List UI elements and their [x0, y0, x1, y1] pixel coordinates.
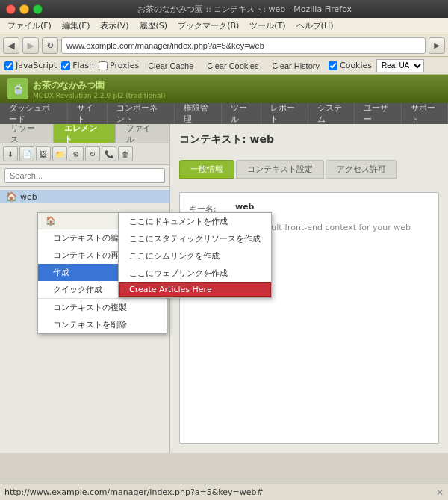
javascript-checkbox[interactable] [4, 61, 13, 70]
back-button[interactable]: ◀ [3, 37, 19, 54]
app-title-block: お茶のなかみつ園 MODX Revolution 2.2.0-pl2 (trad… [33, 79, 166, 99]
menu-bookmarks[interactable]: ブックマーク(B) [173, 19, 243, 33]
close-button[interactable] [6, 4, 16, 14]
cookies-toggle[interactable]: Cookies [329, 61, 372, 70]
window-title: お茶のなかみつ園 :: コンテキスト: web - Mozilla Firefo… [47, 4, 442, 15]
menu-file[interactable]: ファイル(F) [3, 19, 56, 33]
nav-support[interactable]: サポート [402, 103, 449, 124]
nav-tools[interactable]: ツール [222, 103, 261, 124]
submenu-item-document[interactable]: ここにドキュメントを作成 [119, 213, 271, 230]
ctx-duplicate[interactable]: コンテキストの複製 [38, 298, 167, 316]
menu-view[interactable]: 表示(V) [96, 19, 133, 33]
tree-item-web[interactable]: 🏠 web [0, 190, 169, 203]
tool-btn-7[interactable]: 📞 [102, 146, 116, 161]
status-bar: http://www.example.com/manager/index.php… [0, 484, 448, 500]
navbar: ◀ ▶ ↻ ▶ [0, 34, 448, 57]
clear-cache-button[interactable]: Clear Cache [143, 60, 198, 72]
ctx-header-icon: 🏠 [46, 216, 56, 226]
panel-title: コンテキスト: web [179, 133, 439, 146]
nav-system[interactable]: システム [308, 103, 355, 124]
tool-btn-6[interactable]: ↻ [85, 146, 100, 161]
tab-files[interactable]: ファイル [116, 124, 169, 143]
status-stop-icon[interactable]: ✕ [436, 487, 444, 498]
panel-tabs: リソース エレメント ファイル [0, 124, 169, 143]
tool-btn-8[interactable]: 🗑 [118, 146, 133, 161]
tab-elements[interactable]: エレメント [54, 124, 116, 143]
url-bar[interactable] [61, 37, 426, 54]
submenu-item-weblink[interactable]: ここにウェブリンクを作成 [119, 265, 271, 282]
content-area: リソース エレメント ファイル ⬇ 📄 🖼 📁 ⚙ ↻ 📞 🗑 🏠 web [0, 124, 448, 453]
menu-help[interactable]: ヘルプ(H) [292, 19, 338, 33]
app-header: 🍵 お茶のなかみつ園 MODX Revolution 2.2.0-pl2 (tr… [0, 75, 448, 103]
proxies-checkbox[interactable] [99, 61, 108, 70]
search-input[interactable] [4, 168, 165, 183]
nav-components[interactable]: コンポーネント [108, 103, 175, 124]
go-button[interactable]: ▶ [429, 37, 445, 54]
submenu-item-static[interactable]: ここにスタティックリソースを作成 [119, 230, 271, 247]
nav-reports[interactable]: レポート [261, 103, 308, 124]
forward-button[interactable]: ▶ [22, 37, 39, 54]
maximize-button[interactable] [33, 4, 43, 14]
tab-general[interactable]: 一般情報 [179, 160, 234, 179]
addon-toolbar: JavaScript Flash Proxies Clear Cache Cle… [0, 57, 448, 75]
nav-dashboard[interactable]: ダッシュボード [0, 103, 68, 124]
main-nav: ダッシュボード サイト コンポーネント 権限管理 ツール レポート システム ユ… [0, 103, 448, 124]
menubar: ファイル(F) 編集(E) 表示(V) 履歴(S) ブックマーク(B) ツール(… [0, 18, 448, 34]
key-value: web [235, 202, 255, 212]
tool-btn-3[interactable]: 🖼 [36, 146, 51, 161]
tab-context-settings[interactable]: コンテキスト設定 [236, 160, 324, 179]
menu-history[interactable]: 履歴(S) [135, 19, 172, 33]
tab-resources[interactable]: リソース [0, 124, 54, 143]
javascript-toggle[interactable]: JavaScript [4, 61, 57, 70]
submenu-item-articles[interactable]: Create Articles Here [119, 282, 271, 297]
panel-toolbar: ⬇ 📄 🖼 📁 ⚙ ↻ 📞 🗑 [0, 143, 169, 165]
nav-users[interactable]: ユーザー [355, 103, 402, 124]
ctx-delete[interactable]: コンテキストを削除 [38, 316, 167, 333]
app-subtitle: MODX Revolution 2.2.0-pl2 (traditional) [33, 92, 166, 99]
nav-security[interactable]: 権限管理 [175, 103, 222, 124]
app-logo: 🍵 [7, 78, 28, 99]
tab-access[interactable]: アクセス許可 [326, 160, 397, 179]
submenu: ここにドキュメントを作成 ここにスタティックリソースを作成 ここにシムリンクを作… [118, 212, 272, 298]
titlebar: お茶のなかみつ園 :: コンテキスト: web - Mozilla Firefo… [0, 0, 448, 18]
flash-checkbox[interactable] [61, 61, 70, 70]
window-buttons[interactable] [6, 4, 43, 14]
flash-toggle[interactable]: Flash [61, 61, 94, 70]
minimize-button[interactable] [19, 4, 29, 14]
submenu-item-symlink[interactable]: ここにシムリンクを作成 [119, 247, 271, 265]
nav-site[interactable]: サイト [68, 103, 108, 124]
menu-tools[interactable]: ツール(T) [245, 19, 290, 33]
tool-btn-4[interactable]: 📁 [52, 146, 67, 161]
reload-button[interactable]: ↻ [42, 37, 58, 54]
cookies-checkbox[interactable] [329, 61, 337, 70]
ua-select[interactable]: Real UA IE 11 Chrome Firefox [376, 59, 424, 72]
tool-btn-2[interactable]: 📄 [19, 146, 34, 161]
clear-cookies-button[interactable]: Clear Cookies [202, 60, 263, 72]
panel-search-area [0, 165, 169, 187]
tool-btn-5[interactable]: ⚙ [69, 146, 84, 161]
status-url: http://www.example.com/manager/index.php… [4, 487, 433, 497]
menu-edit[interactable]: 編集(E) [57, 19, 95, 33]
proxies-toggle[interactable]: Proxies [99, 61, 139, 70]
app-title: お茶のなかみつ園 [33, 79, 166, 92]
right-tab-bar: 一般情報 コンテキスト設定 アクセス許可 [179, 160, 439, 179]
home-icon: 🏠 [6, 191, 17, 202]
tool-btn-1[interactable]: ⬇ [3, 146, 18, 161]
clear-history-button[interactable]: Clear History [267, 60, 324, 72]
